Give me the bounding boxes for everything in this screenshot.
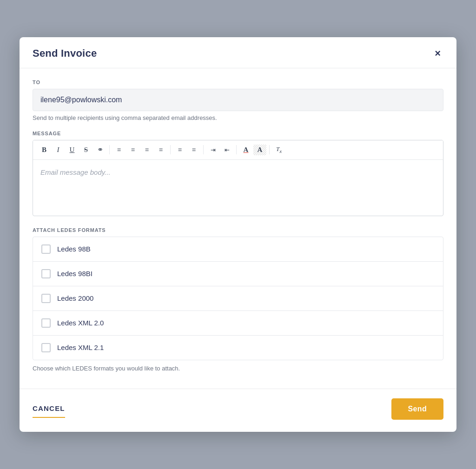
toolbar-divider-2 (170, 145, 171, 154)
modal-header: Send Invoice × (20, 37, 456, 68)
ordered-list-button[interactable]: ≡ (173, 145, 186, 155)
toolbar-divider-5 (269, 145, 270, 154)
ledes-label: ATTACH LEDES FORMATS (33, 227, 443, 233)
to-section: TO Send to multiple recipients using com… (33, 79, 443, 121)
outdent-button[interactable]: ⇤ (220, 145, 233, 155)
highlight-button[interactable]: A (253, 145, 266, 155)
to-label: TO (33, 79, 443, 85)
bold-button[interactable]: B (38, 145, 51, 155)
align-left-button[interactable]: ≡ (112, 145, 126, 155)
message-label: MESSAGE (33, 131, 443, 136)
unordered-list-button[interactable]: ≡ (187, 145, 200, 155)
editor-toolbar: B I U S ⚭ ≡ ≡ ≡ ≡ ≡ ≡ ⇥ (33, 140, 443, 159)
toolbar-divider-1 (109, 145, 110, 154)
font-color-button[interactable]: A (239, 145, 252, 155)
underline-button[interactable]: U (66, 145, 79, 155)
list-item[interactable]: Ledes 98BI (33, 262, 443, 286)
to-helper-text: Send to multiple recipients using comma … (33, 114, 443, 121)
editor-body[interactable]: Email message body... (33, 160, 443, 216)
indent-button[interactable]: ⇥ (206, 145, 219, 155)
ledes-2000-label: Ledes 2000 (57, 294, 93, 302)
list-item[interactable]: Ledes 2000 (33, 286, 443, 311)
ledes-2000-checkbox[interactable] (41, 294, 51, 303)
ledes-section: ATTACH LEDES FORMATS Ledes 98B Ledes 98B… (33, 227, 443, 372)
cancel-button[interactable]: CANCEL (33, 400, 65, 418)
send-button[interactable]: Send (391, 398, 443, 420)
link-button[interactable]: ⚭ (93, 144, 106, 155)
close-button[interactable]: × (432, 47, 443, 59)
align-center-button[interactable]: ≡ (126, 145, 139, 155)
italic-button[interactable]: I (52, 145, 65, 155)
ledes-98bi-checkbox[interactable] (41, 269, 51, 278)
ledes-98b-label: Ledes 98B (57, 245, 91, 253)
toolbar-divider-3 (203, 145, 204, 154)
list-item[interactable]: Ledes XML 2.0 (33, 311, 443, 336)
editor-placeholder: Email message body... (40, 168, 111, 176)
ledes-list: Ledes 98B Ledes 98BI Ledes 2000 Ledes XM… (33, 237, 443, 360)
ledes-helper-text: Choose which LEDES formats you would lik… (33, 365, 443, 372)
ledes-98b-checkbox[interactable] (41, 244, 51, 254)
ledes-98bi-label: Ledes 98BI (57, 270, 93, 277)
align-right-button[interactable]: ≡ (140, 145, 153, 155)
toolbar-divider-4 (236, 145, 237, 154)
message-section: MESSAGE B I U S ⚭ ≡ ≡ ≡ ≡ (33, 131, 443, 216)
clear-format-button[interactable]: Tx (272, 144, 285, 155)
ledes-xml-20-label: Ledes XML 2.0 (57, 319, 104, 327)
strikethrough-button[interactable]: S (79, 145, 93, 155)
to-input[interactable] (33, 89, 443, 111)
ledes-xml-21-checkbox[interactable] (41, 343, 51, 352)
modal-body: TO Send to multiple recipients using com… (20, 68, 456, 388)
list-item[interactable]: Ledes XML 2.1 (33, 336, 443, 360)
ledes-xml-20-checkbox[interactable] (41, 318, 51, 328)
justify-button[interactable]: ≡ (154, 145, 167, 155)
modal-footer: CANCEL Send (20, 389, 456, 432)
modal-title: Send Invoice (33, 47, 97, 59)
message-editor: B I U S ⚭ ≡ ≡ ≡ ≡ ≡ ≡ ⇥ (33, 140, 443, 216)
list-item[interactable]: Ledes 98B (33, 237, 443, 262)
send-invoice-modal: Send Invoice × TO Send to multiple recip… (20, 37, 456, 431)
ledes-xml-21-label: Ledes XML 2.1 (57, 343, 104, 351)
